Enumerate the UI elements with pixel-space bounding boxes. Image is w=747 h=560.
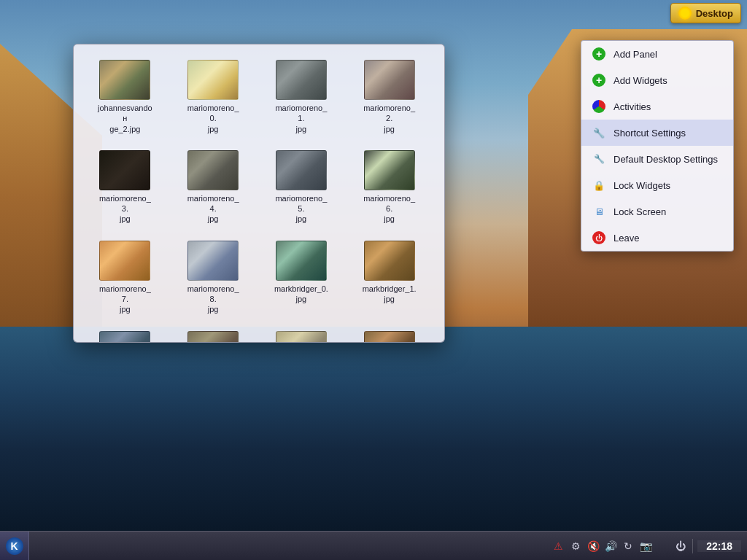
refresh-icon[interactable]: ↻ bbox=[621, 539, 635, 553]
desktop-sun-icon bbox=[678, 7, 692, 20]
menu-item-default-desktop[interactable]: 🔧 Default Desktop Settings bbox=[581, 146, 733, 172]
lock-screen-icon: 🖥 bbox=[592, 204, 606, 219]
system-tray: ⚠ ⚙ 🔇 🔊 ↻ 📷 | ⏻ 22:18 bbox=[545, 532, 747, 561]
file-thumbnail bbox=[276, 331, 327, 342]
file-thumbnail bbox=[364, 60, 415, 100]
water-reflection bbox=[0, 327, 747, 531]
shortcut-settings-icon: 🔧 bbox=[592, 125, 606, 140]
file-label: mariomoreno_0.jpg bbox=[184, 103, 242, 134]
menu-item-activities[interactable]: Activities bbox=[581, 93, 733, 120]
file-thumbnail bbox=[276, 150, 327, 190]
file-manager-content[interactable]: johannesvandонge_2.jpg mariomoreno_0.jpg… bbox=[74, 44, 444, 342]
file-label: mariomoreno_3.jpg bbox=[96, 193, 154, 225]
file-thumbnail bbox=[99, 241, 150, 281]
list-item[interactable]: markbridger_1.jpg bbox=[349, 236, 430, 319]
file-thumbnail bbox=[187, 241, 239, 281]
activities-icon bbox=[592, 99, 606, 114]
menu-item-label: Lock Screen bbox=[614, 206, 666, 217]
list-item[interactable]: markbridger_5. bbox=[349, 327, 430, 342]
file-thumbnail bbox=[187, 331, 239, 342]
list-item[interactable]: mariomoreno_1.jpg bbox=[261, 55, 342, 139]
menu-item-leave[interactable]: ⏻ Leave bbox=[581, 225, 733, 251]
menu-item-add-panel[interactable]: + Add Panel bbox=[581, 41, 733, 67]
file-thumbnail bbox=[276, 241, 327, 281]
menu-item-label: Default Desktop Settings bbox=[614, 154, 718, 165]
file-label: johannesvandонge_2.jpg bbox=[96, 103, 154, 134]
menu-item-lock-screen[interactable]: 🖥 Lock Screen bbox=[581, 198, 733, 225]
file-thumbnail bbox=[99, 331, 150, 342]
clock[interactable]: 22:18 bbox=[697, 540, 741, 552]
audio-mute-icon[interactable]: 🔇 bbox=[586, 539, 600, 553]
volume-icon[interactable]: 🔊 bbox=[603, 539, 618, 553]
menu-item-shortcut-settings[interactable]: 🔧 Shortcut Settings bbox=[581, 120, 733, 146]
menu-item-label: Leave bbox=[614, 233, 639, 244]
kde-icon: K bbox=[6, 537, 23, 555]
file-label: mariomoreno_6.jpg bbox=[360, 193, 419, 225]
lock-widgets-icon: 🔒 bbox=[592, 178, 606, 192]
list-item[interactable]: mariomoreno_0.jpg bbox=[173, 55, 254, 139]
list-item[interactable]: markbridger_4. bbox=[261, 327, 342, 342]
list-item[interactable]: mariomoreno_7.jpg bbox=[85, 236, 166, 319]
menu-item-add-widgets[interactable]: + Add Widgets bbox=[581, 67, 733, 93]
menu-item-label: Activities bbox=[614, 101, 651, 112]
list-item[interactable]: mariomoreno_2.jpg bbox=[349, 55, 430, 139]
add-widgets-icon: + bbox=[592, 73, 606, 88]
menu-item-label: Add Widgets bbox=[614, 75, 667, 86]
tray-separator bbox=[692, 539, 693, 553]
desktop-button[interactable]: Desktop bbox=[670, 3, 741, 23]
start-button[interactable]: K bbox=[0, 532, 29, 561]
file-thumbnail bbox=[364, 150, 415, 190]
separator: | bbox=[656, 539, 670, 553]
file-thumbnail bbox=[187, 150, 239, 190]
file-manager-window: johannesvandонge_2.jpg mariomoreno_0.jpg… bbox=[73, 44, 445, 343]
settings-icon[interactable]: ⚙ bbox=[568, 539, 583, 553]
list-item[interactable]: mariomoreno_6.jpg bbox=[349, 146, 430, 229]
file-thumbnail bbox=[99, 150, 150, 190]
taskbar: K ⚠ ⚙ 🔇 🔊 ↻ 📷 | ⏻ 22:18 bbox=[0, 531, 747, 560]
file-label: mariomoreno_2.jpg bbox=[360, 103, 419, 134]
file-label: mariomoreno_5.jpg bbox=[272, 193, 330, 225]
network-warning-icon[interactable]: ⚠ bbox=[551, 539, 565, 553]
menu-item-label: Shortcut Settings bbox=[614, 128, 686, 139]
file-thumbnail bbox=[99, 60, 150, 100]
file-thumbnail bbox=[276, 60, 327, 100]
file-label: mariomoreno_8.jpg bbox=[184, 284, 242, 315]
camera-icon[interactable]: 📷 bbox=[638, 539, 653, 553]
add-panel-icon: + bbox=[592, 47, 606, 61]
list-item[interactable]: mariomoreno_3.jpg bbox=[85, 146, 166, 229]
file-label: mariomoreno_1.jpg bbox=[272, 103, 330, 134]
list-item[interactable]: markbridger_0.jpg bbox=[261, 236, 342, 319]
default-desktop-settings-icon: 🔧 bbox=[592, 152, 606, 166]
leave-icon: ⏻ bbox=[592, 230, 606, 245]
list-item[interactable]: mariomoreno_8.jpg bbox=[173, 236, 254, 319]
list-item[interactable]: mariomoreno_4.jpg bbox=[173, 146, 254, 229]
list-item[interactable]: markbridger_2. bbox=[85, 327, 166, 342]
desktop-button-label: Desktop bbox=[696, 8, 733, 19]
file-thumbnail bbox=[364, 241, 415, 281]
list-item[interactable]: mariomoreno_5.jpg bbox=[261, 146, 342, 229]
file-thumbnail bbox=[364, 331, 415, 342]
menu-item-label: Add Panel bbox=[614, 49, 657, 60]
list-item[interactable]: markbridger_3. bbox=[173, 327, 254, 342]
menu-item-lock-widgets[interactable]: 🔒 Lock Widgets bbox=[581, 172, 733, 198]
power-icon[interactable]: ⏻ bbox=[673, 539, 688, 553]
file-label: markbridger_1.jpg bbox=[363, 284, 417, 305]
context-menu: + Add Panel + Add Widgets Activities 🔧 S… bbox=[581, 40, 734, 252]
menu-item-label: Lock Widgets bbox=[614, 180, 670, 191]
list-item[interactable]: johannesvandонge_2.jpg bbox=[85, 55, 166, 139]
file-thumbnail bbox=[187, 60, 239, 100]
file-label: mariomoreno_4.jpg bbox=[184, 193, 242, 225]
file-label: mariomoreno_7.jpg bbox=[96, 284, 154, 315]
file-label: markbridger_0.jpg bbox=[274, 284, 328, 305]
